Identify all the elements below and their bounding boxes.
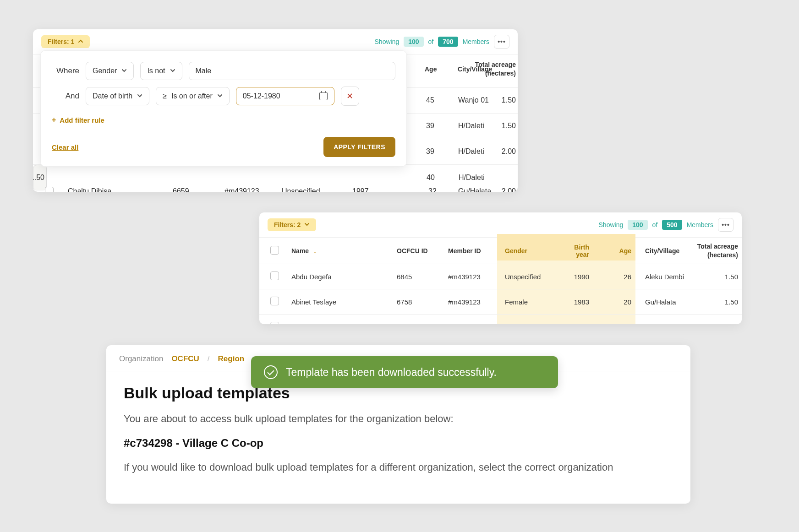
cell-byear: 1978: [562, 323, 589, 325]
cell-byear: 1997: [352, 187, 369, 192]
cell-age: 39: [426, 122, 434, 130]
crumb-region[interactable]: Region: [218, 354, 245, 364]
crumb-separator: /: [208, 354, 210, 364]
chevron-up-icon: [78, 38, 83, 45]
chevron-down-icon: [170, 67, 175, 75]
col-city[interactable]: City/Village: [645, 247, 700, 255]
col-acreage[interactable]: Total acreage (hectares): [475, 60, 516, 77]
date-value: 05-12-1980: [243, 92, 280, 100]
col-name[interactable]: Name ↓: [291, 247, 317, 255]
cell-age: 20: [613, 298, 631, 306]
field-select[interactable]: Date of birth: [86, 87, 149, 105]
cell-gender: Unspecified: [282, 187, 320, 192]
cell-memid: #m439123: [448, 298, 481, 306]
field-select-value: Date of birth: [93, 92, 132, 100]
cell-city: Aleku Dembi: [645, 273, 700, 281]
panel3-content: Bulk upload templates You are about to a…: [106, 371, 690, 486]
clear-all-button[interactable]: Clear all: [52, 143, 78, 151]
of-label: of: [652, 221, 658, 228]
table-row[interactable]: Abraham Mohamed 6870 #m439123 Unspecifie…: [259, 315, 742, 324]
operator-select-value: Is not: [147, 67, 165, 75]
and-label: And: [52, 92, 79, 101]
cell-ocfcu: 6870: [397, 323, 412, 325]
showing-count: 100: [628, 220, 647, 230]
row-checkbox[interactable]: [270, 271, 279, 280]
cell-acre: 2.00: [502, 147, 516, 156]
cell-gender: Female: [505, 298, 528, 306]
add-filter-rule-button[interactable]: + Add filter rule: [52, 116, 104, 124]
cell-name: Chaltu Dibisa: [68, 187, 111, 192]
filters-chip[interactable]: Filters: 2: [268, 218, 316, 231]
select-all-checkbox[interactable]: [270, 246, 279, 255]
chevron-down-icon: [121, 67, 127, 75]
filters-chip-label: Filters: 2: [274, 221, 301, 228]
cell-acre: 1.50: [33, 174, 44, 182]
success-toast: Template has been downloaded successfull…: [251, 356, 558, 388]
showing-total: 700: [438, 37, 458, 47]
operator-select[interactable]: Is not: [140, 62, 182, 80]
table-row[interactable]: 40 H/Daleti 1.50: [33, 165, 47, 190]
filter-rule-row: Where Gender Is not Male: [52, 62, 395, 80]
cell-ocfcu: 6659: [173, 187, 189, 192]
apply-filters-button[interactable]: APPLY FILTERS: [323, 137, 395, 157]
more-button[interactable]: •••: [718, 218, 733, 232]
filter-builder-panel: Filters: 1 Showing 100 of 700 Members ••…: [33, 29, 518, 192]
table-row[interactable]: Abinet Tesfaye 6758 #m439123 Female 1983…: [259, 289, 742, 315]
cell-memid: #m439123: [224, 187, 259, 192]
date-input[interactable]: 05-12-1980: [236, 87, 334, 105]
cell-acre: 1.50: [725, 273, 738, 281]
calendar-icon: [319, 92, 328, 100]
cell-ocfcu: 6845: [397, 273, 412, 281]
cell-acre: 2.00: [502, 187, 516, 192]
col-age[interactable]: Age: [613, 247, 631, 255]
col-gender[interactable]: Gender: [505, 247, 527, 255]
more-button[interactable]: •••: [494, 35, 509, 49]
cell-age: 32: [428, 187, 437, 192]
col-member-id[interactable]: Member ID: [448, 247, 481, 255]
col-acreage-l2: (hectares): [485, 70, 516, 77]
cell-city: Wanjo 01: [458, 96, 489, 104]
filter-footer: Clear all APPLY FILTERS: [52, 137, 395, 157]
cell-gender: Unspecified: [505, 323, 541, 325]
of-label: of: [428, 38, 434, 45]
operator-select[interactable]: ≥ Is on or after: [156, 87, 230, 105]
col-acreage[interactable]: Total acreage (hectares): [697, 242, 738, 259]
crumb-organization: Organization: [119, 354, 163, 364]
cell-memid: #m439123: [448, 273, 481, 281]
cell-byear: 1983: [562, 298, 589, 306]
cell-ocfcu: 6758: [397, 298, 412, 306]
page-subtitle: You are about to access bulk upload temp…: [124, 413, 673, 425]
cell-age: 39: [426, 147, 434, 156]
members-label: Members: [463, 38, 489, 45]
cell-name: Abdu Degefa: [291, 273, 332, 281]
filters-chip[interactable]: Filters: 1: [41, 35, 90, 48]
row-checkbox[interactable]: [270, 322, 279, 324]
cell-city: Aleku: [645, 323, 700, 325]
cell-age: 45: [426, 96, 434, 104]
row-checkbox[interactable]: [270, 297, 279, 305]
operator-prefix: ≥: [163, 92, 167, 100]
where-label: Where: [52, 66, 79, 76]
members-table-panel: Filters: 2 Showing 100 of 500 Members ••…: [259, 212, 742, 324]
check-circle-icon: [264, 365, 278, 379]
col-ocfcu[interactable]: OCFCU ID: [397, 247, 428, 255]
col-age[interactable]: Age: [425, 65, 437, 73]
row-checkbox[interactable]: [45, 187, 54, 192]
org-identifier: #c734298 - Village C Co-op: [124, 437, 673, 450]
cell-acre: 1.50: [502, 96, 516, 104]
field-select-value: Gender: [93, 67, 117, 75]
cell-acre: 1.50: [725, 298, 738, 306]
col-birth-year[interactable]: Birth year: [562, 244, 589, 258]
value-input[interactable]: Male: [189, 62, 395, 80]
filter-builder-card: Where Gender Is not Male And Date of bir…: [40, 50, 407, 167]
remove-rule-button[interactable]: ✕: [341, 87, 359, 106]
col-acreage-l1: Total acreage: [697, 243, 738, 250]
table-row[interactable]: Abdu Degefa 6845 #m439123 Unspecified 19…: [259, 264, 742, 289]
toast-message: Template has been downloaded successfull…: [286, 366, 497, 379]
field-select[interactable]: Gender: [86, 62, 134, 80]
table-row[interactable]: Chaltu Dibisa 6659 #m439123 Unspecified …: [33, 190, 518, 192]
cell-city: H/Daleti: [458, 122, 484, 130]
filters-chip-label: Filters: 1: [48, 38, 74, 45]
add-rule-label: Add filter rule: [60, 116, 104, 124]
crumb-ocfcu[interactable]: OCFCU: [171, 354, 199, 364]
